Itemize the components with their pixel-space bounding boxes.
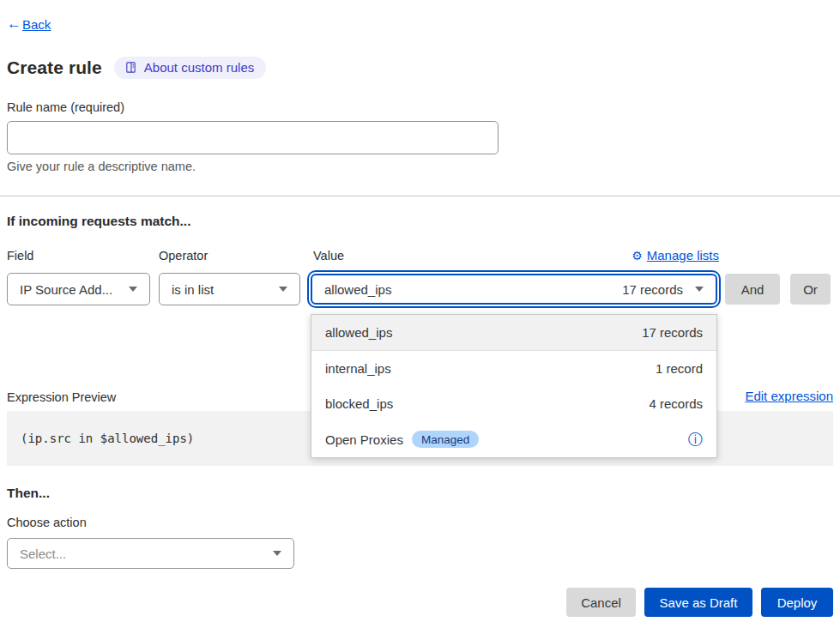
value-select[interactable]: allowed_ips 17 records	[311, 274, 717, 305]
operator-label: Operator	[159, 249, 208, 263]
list-record-count: 1 record	[656, 361, 703, 376]
edit-expression-link[interactable]: Edit expression	[745, 389, 833, 403]
list-name: Open Proxies	[325, 432, 403, 447]
value-select-value: allowed_ips	[324, 282, 391, 297]
field-select-value: IP Source Add...	[20, 282, 112, 297]
dropdown-option-internal-ips[interactable]: internal_ips 1 record	[311, 351, 716, 387]
back-link-label: Back	[22, 17, 51, 32]
rule-name-label: Rule name (required)	[7, 100, 124, 114]
about-custom-rules-label: About custom rules	[144, 60, 254, 75]
gear-icon: ⚙	[632, 249, 643, 263]
dropdown-option-allowed-ips[interactable]: allowed_ips 17 records	[311, 315, 716, 351]
chevron-down-icon	[273, 551, 281, 556]
deploy-button[interactable]: Deploy	[761, 588, 833, 617]
list-name: allowed_ips	[325, 325, 392, 340]
value-dropdown-panel: allowed_ips 17 records internal_ips 1 re…	[311, 314, 717, 458]
rule-name-helper-text: Give your rule a descriptive name.	[7, 160, 196, 173]
cancel-button[interactable]: Cancel	[566, 588, 636, 617]
section-divider	[0, 196, 840, 196]
field-label: Field	[7, 249, 33, 263]
title-row: Create rule About custom rules	[7, 57, 266, 79]
back-link[interactable]: ←Back	[7, 15, 51, 33]
chevron-down-icon	[279, 287, 287, 292]
action-select[interactable]: Select...	[7, 538, 294, 569]
manage-lists-link[interactable]: ⚙ Manage lists	[632, 248, 719, 263]
create-rule-page: ←Back Create rule About custom rules Rul…	[0, 0, 840, 634]
choose-action-label: Choose action	[7, 516, 87, 529]
back-arrow-icon: ←	[7, 15, 21, 33]
list-name: internal_ips	[325, 361, 391, 376]
about-custom-rules-link[interactable]: About custom rules	[114, 57, 266, 79]
book-icon	[124, 61, 137, 74]
or-button[interactable]: Or	[790, 274, 831, 305]
chevron-down-icon	[695, 287, 704, 292]
list-record-count: 4 records	[649, 396, 703, 411]
field-select[interactable]: IP Source Add...	[7, 273, 150, 305]
list-name: blocked_ips	[325, 396, 393, 411]
operator-select[interactable]: is in list	[159, 273, 300, 305]
info-icon[interactable]: ⓘ	[688, 432, 703, 447]
dropdown-option-blocked-ips[interactable]: blocked_ips 4 records	[311, 386, 716, 422]
managed-badge: Managed	[412, 431, 479, 448]
list-record-count: 17 records	[642, 325, 703, 340]
action-select-placeholder: Select...	[20, 546, 66, 561]
and-button[interactable]: And	[725, 274, 780, 305]
rule-name-input[interactable]	[7, 121, 499, 154]
save-as-draft-button[interactable]: Save as Draft	[644, 588, 752, 617]
then-section-heading: Then...	[7, 486, 50, 501]
manage-lists-label: Manage lists	[647, 248, 719, 263]
value-label: Value	[313, 249, 344, 263]
match-section-heading: If incoming requests match...	[7, 214, 190, 229]
expression-code: (ip.src in $allowed_ips)	[21, 432, 194, 445]
dropdown-option-open-proxies[interactable]: Open Proxies Managed ⓘ	[311, 422, 716, 458]
value-select-record-count: 17 records	[622, 282, 683, 297]
operator-select-value: is in list	[172, 282, 214, 297]
page-title: Create rule	[7, 57, 102, 78]
expression-preview-label: Expression Preview	[7, 390, 116, 404]
chevron-down-icon	[129, 287, 137, 292]
